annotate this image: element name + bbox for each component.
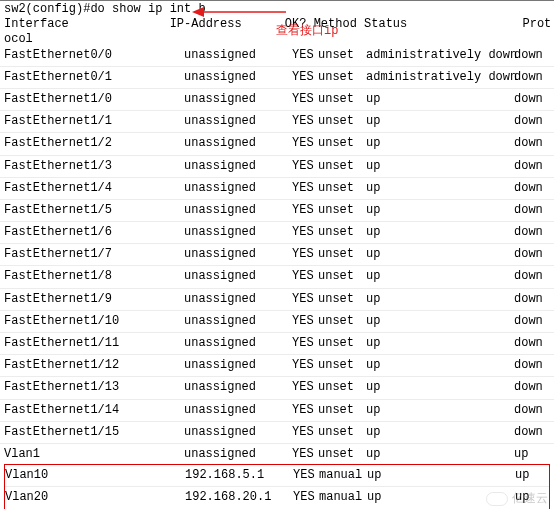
col-method: unset [318, 404, 366, 417]
col-ok: YES [292, 404, 318, 417]
col-ip-address: 192.168.5.1 [185, 469, 293, 482]
command-line: sw2(config)#do show ip int b [0, 1, 554, 16]
table-row: FastEthernet1/1unassignedYESunsetupdown [0, 110, 554, 132]
col-status: up [366, 248, 514, 261]
col-ip-address: unassigned [184, 115, 292, 128]
col-protocol: down [514, 49, 544, 62]
col-status: up [367, 469, 515, 482]
table-header-line2: ocol [0, 31, 554, 46]
col-status: administratively down [366, 71, 514, 84]
col-ok: YES [292, 270, 318, 283]
col-interface: FastEthernet1/0 [4, 93, 184, 106]
col-protocol: down [514, 270, 544, 283]
col-status: up [366, 426, 514, 439]
col-status: up [366, 270, 514, 283]
col-ok: YES [292, 315, 318, 328]
cloud-icon [486, 492, 508, 506]
col-interface: FastEthernet1/2 [4, 137, 184, 150]
col-ok: YES [292, 293, 318, 306]
col-ok: YES [292, 49, 318, 62]
col-status: up [366, 293, 514, 306]
col-method: unset [318, 337, 366, 350]
table-row: FastEthernet1/11unassignedYESunsetupdown [0, 332, 554, 354]
col-ok: YES [293, 469, 319, 482]
col-interface: FastEthernet1/14 [4, 404, 184, 417]
table-row: FastEthernet1/10unassignedYESunsetupdown [0, 310, 554, 332]
col-method: unset [318, 315, 366, 328]
table-row: FastEthernet1/15unassignedYESunsetupdown [0, 421, 554, 443]
col-status: up [366, 137, 514, 150]
col-ip-address: unassigned [184, 448, 292, 461]
watermark-text: 亿速云 [512, 492, 548, 505]
col-method: unset [318, 293, 366, 306]
table-row: FastEthernet1/9unassignedYESunsetupdown [0, 288, 554, 310]
col-protocol: down [514, 137, 544, 150]
col-method: unset [318, 426, 366, 439]
col-ip-address: unassigned [184, 337, 292, 350]
col-method: unset [318, 381, 366, 394]
col-status: up [366, 204, 514, 217]
col-ip-address: unassigned [184, 404, 292, 417]
col-status: up [366, 115, 514, 128]
col-protocol: down [514, 359, 544, 372]
col-interface: FastEthernet0/0 [4, 49, 184, 62]
col-status: up [366, 226, 514, 239]
table-row: FastEthernet0/1unassignedYESunsetadminis… [0, 66, 554, 88]
col-status: up [366, 182, 514, 195]
terminal-window[interactable]: sw2(config)#do show ip int b Interface I… [0, 0, 554, 509]
col-ok: YES [292, 448, 318, 461]
col-interface: FastEthernet0/1 [4, 71, 184, 84]
col-method: unset [318, 115, 366, 128]
col-ok: YES [292, 71, 318, 84]
col-ok: YES [293, 491, 319, 504]
col-interface: FastEthernet1/5 [4, 204, 184, 217]
col-interface: FastEthernet1/3 [4, 160, 184, 173]
col-interface: FastEthernet1/4 [4, 182, 184, 195]
col-method: unset [318, 93, 366, 106]
col-method: unset [318, 182, 366, 195]
col-protocol: down [514, 337, 544, 350]
col-interface: FastEthernet1/10 [4, 315, 184, 328]
col-interface: FastEthernet1/1 [4, 115, 184, 128]
col-ip-address: unassigned [184, 293, 292, 306]
interface-table: FastEthernet0/0unassignedYESunsetadminis… [0, 47, 554, 466]
col-method: unset [318, 137, 366, 150]
col-ok: YES [292, 182, 318, 195]
table-row: FastEthernet1/7unassignedYESunsetupdown [0, 243, 554, 265]
col-protocol: down [514, 93, 544, 106]
col-ip-address: unassigned [184, 182, 292, 195]
col-method: unset [318, 448, 366, 461]
table-row: FastEthernet1/6unassignedYESunsetupdown [0, 221, 554, 243]
col-protocol: down [514, 204, 544, 217]
col-status: up [366, 448, 514, 461]
col-ip-address: unassigned [184, 226, 292, 239]
highlight-box: Vlan10192.168.5.1YESmanualupupVlan20192.… [4, 464, 550, 509]
col-protocol: up [515, 469, 545, 482]
table-header-line1: Interface IP-Address OK? Method Status P… [0, 16, 554, 31]
table-row: Vlan10192.168.5.1YESmanualupup [5, 465, 549, 486]
col-interface: FastEthernet1/7 [4, 248, 184, 261]
col-ok: YES [292, 115, 318, 128]
table-row: FastEthernet1/13unassignedYESunsetupdown [0, 376, 554, 398]
col-method: unset [318, 226, 366, 239]
col-ok: YES [292, 426, 318, 439]
col-ip-address: unassigned [184, 137, 292, 150]
col-ip-address: unassigned [184, 93, 292, 106]
col-method: manual [319, 469, 367, 482]
col-status: up [366, 315, 514, 328]
col-ok: YES [292, 160, 318, 173]
col-protocol: down [514, 115, 544, 128]
watermark: 亿速云 [486, 492, 548, 506]
col-status: up [366, 93, 514, 106]
col-status: up [366, 160, 514, 173]
col-ok: YES [292, 381, 318, 394]
col-method: unset [318, 270, 366, 283]
table-row: FastEthernet1/8unassignedYESunsetupdown [0, 265, 554, 287]
col-protocol: up [514, 448, 544, 461]
col-ip-address: unassigned [184, 204, 292, 217]
col-protocol: down [514, 71, 544, 84]
col-status: up [366, 381, 514, 394]
col-ok: YES [292, 248, 318, 261]
col-protocol: down [514, 293, 544, 306]
col-status: up [366, 404, 514, 417]
